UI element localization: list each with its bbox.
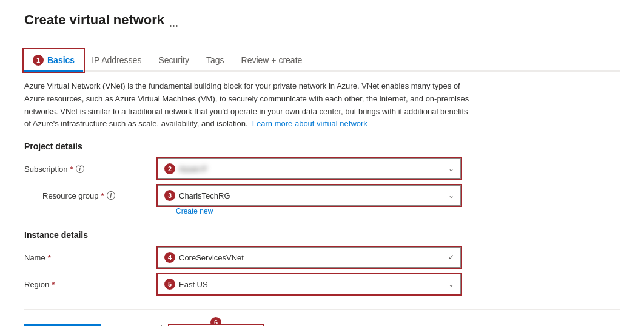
learn-more-link[interactable]: Learn more about virtual network [252,119,367,128]
name-badge: 4 [164,252,175,263]
subscription-label-text: Subscription [24,165,68,174]
resource-group-chevron-icon: ⌄ [448,191,454,200]
resource-group-dropdown-wrapper: 3 CharisTechRG ⌄ [158,185,461,206]
tab-security-label: Security [158,55,189,65]
tab-ip-addresses[interactable]: IP Addresses [83,50,150,71]
region-dropdown[interactable]: 5 East US ⌄ [158,274,461,294]
name-label-text: Name [24,253,45,262]
subscription-badge: 2 [164,163,175,174]
name-row: Name * 4 CoreServicesVNet ✓ [24,247,620,268]
name-dropdown[interactable]: 4 CoreServicesVNet ✓ [158,247,461,268]
subscription-dropdown[interactable]: 2 Azure P ⌄ [158,158,461,179]
more-options-icon[interactable]: ··· [169,19,178,32]
region-chevron-icon: ⌄ [448,280,454,288]
resource-group-dropdown[interactable]: 3 CharisTechRG ⌄ [158,185,461,206]
subscription-label: Subscription * i [24,165,158,174]
page-title: Create virtual network [24,12,164,28]
tab-review-create-label: Review + create [241,55,303,65]
region-label-text: Region [24,280,49,289]
tab-tags[interactable]: Tags [198,50,233,71]
footer: Review + create < Previous 6 Next : IP A… [24,319,620,326]
subscription-required: * [70,165,73,174]
tab-basics-badge: 1 [33,55,44,66]
name-chevron-icon: ✓ [448,253,454,262]
tab-basics-label: Basics [47,55,75,65]
tab-tags-label: Tags [206,55,224,65]
tab-basics[interactable]: 1 Basics [24,50,83,72]
resource-group-value: CharisTechRG [179,191,441,200]
tab-bar: 1 Basics IP Addresses Security Tags Revi… [24,50,620,72]
resource-group-badge: 3 [164,190,175,201]
name-dropdown-wrapper: 4 CoreServicesVNet ✓ [158,247,461,268]
name-required: * [48,253,51,262]
instance-details-title: Instance details [24,230,620,240]
region-dropdown-wrapper: 5 East US ⌄ [158,274,461,294]
resource-group-label-text: Resource group [42,191,99,200]
resource-group-label: Resource group * i [24,191,158,200]
instance-details-section: Instance details Name * 4 CoreServicesVN… [24,230,620,294]
resource-group-row: Resource group * i 3 CharisTechRG ⌄ [24,185,620,206]
subscription-info-icon[interactable]: i [76,165,84,173]
subscription-value: Azure P [179,165,441,174]
description-body: Azure Virtual Network (VNet) is the fund… [24,81,469,128]
subscription-dropdown-wrapper: 2 Azure P ⌄ [158,158,461,179]
resource-group-required: * [101,191,104,200]
subscription-row: Subscription * i 2 Azure P ⌄ [24,158,620,179]
tab-ip-addresses-label: IP Addresses [92,55,141,65]
resource-group-section: Resource group * i 3 CharisTechRG ⌄ Crea… [24,185,620,216]
project-details-section: Project details Subscription * i 2 Azure… [24,141,620,216]
resource-group-info-icon[interactable]: i [107,191,115,200]
tab-review-create[interactable]: Review + create [233,50,311,71]
region-row: Region * 5 East US ⌄ [24,274,620,294]
name-label: Name * [24,253,158,262]
region-required: * [52,280,55,289]
name-value: CoreServicesVNet [179,253,441,262]
region-label: Region * [24,280,158,289]
create-new-link[interactable]: Create new [176,207,213,216]
region-badge: 5 [164,279,175,290]
tab-security[interactable]: Security [150,50,198,71]
project-details-title: Project details [24,141,620,151]
region-value: East US [179,280,441,289]
description-text: Azure Virtual Network (VNet) is the fund… [24,80,473,131]
footer-divider [24,309,620,310]
subscription-chevron-icon: ⌄ [448,165,454,173]
